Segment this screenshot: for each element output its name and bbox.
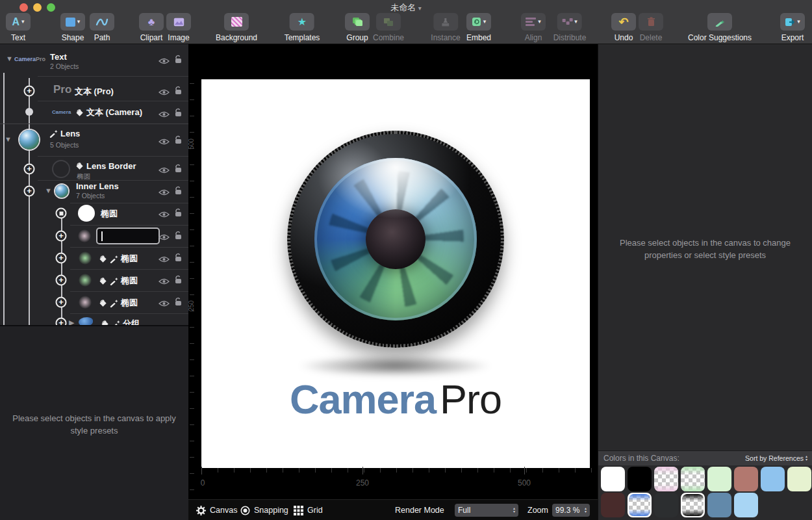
toolbar-label: Export: [781, 33, 804, 42]
visibility-eye-icon[interactable]: [159, 209, 170, 221]
color-swatch[interactable]: [654, 467, 678, 491]
color-swatch[interactable]: [628, 467, 652, 491]
lock-icon[interactable]: [173, 86, 183, 98]
text-caret: [101, 231, 103, 241]
layer-title: 分组: [123, 318, 140, 325]
lock-icon[interactable]: [173, 297, 183, 309]
wand-icon: [49, 129, 58, 138]
disclosure-triangle-icon[interactable]: ▼: [6, 55, 13, 62]
star-icon: ★: [298, 17, 307, 27]
add-node-button[interactable]: +: [56, 231, 67, 242]
add-node-button[interactable]: +: [56, 297, 67, 308]
zoom-stepper[interactable]: 99.3 % ▴▾: [552, 504, 590, 517]
visibility-eye-icon[interactable]: [159, 56, 170, 68]
add-node-button[interactable]: +: [56, 253, 67, 264]
embed-icon: [472, 17, 481, 27]
layer-subtitle: 7 Objects: [76, 192, 105, 200]
toolbar-group-button[interactable]: Group: [345, 13, 370, 42]
toolbar-path-button[interactable]: Path: [90, 13, 114, 42]
toolbar-undo-button[interactable]: ↶ Undo: [611, 13, 636, 42]
color-swatch[interactable]: [734, 467, 758, 491]
gear-icon: [196, 506, 206, 515]
distribute-icon: [562, 18, 572, 26]
visibility-eye-icon[interactable]: [159, 232, 170, 244]
color-swatch[interactable]: [654, 493, 678, 517]
chevron-down-icon: ▾: [418, 5, 422, 12]
lock-icon[interactable]: [173, 186, 183, 198]
toolbar-embed-button[interactable]: ▾ Embed: [466, 13, 491, 42]
color-swatch[interactable]: [628, 493, 652, 517]
visibility-eye-icon[interactable]: [159, 136, 170, 148]
toolbar-color-suggestions-button[interactable]: Color Suggestions: [688, 13, 752, 42]
color-swatch[interactable]: [734, 493, 758, 517]
snapping-toggle[interactable]: Snapping: [240, 500, 288, 520]
paint-bucket-icon: [99, 299, 107, 307]
wand-icon: [112, 320, 120, 326]
canvas-toggle[interactable]: Canvas: [196, 500, 237, 520]
ruler-major-tick: [201, 467, 202, 474]
toolbar-export-button[interactable]: ▾ Export: [780, 13, 805, 42]
add-node-button[interactable]: +: [24, 164, 35, 175]
toolbar-label: Instance: [431, 33, 460, 42]
color-swatch[interactable]: [601, 493, 625, 517]
lock-icon[interactable]: [173, 55, 183, 66]
node-dot[interactable]: [25, 108, 33, 116]
document-title[interactable]: 未命名 ▾: [0, 2, 812, 14]
layer-rename-input[interactable]: [96, 228, 160, 244]
logo-text: CameraPro: [201, 376, 590, 422]
layer-title: 文本 (Pro): [75, 86, 114, 98]
visibility-eye-icon[interactable]: [159, 298, 170, 310]
visibility-eye-icon[interactable]: [159, 165, 170, 177]
lock-icon[interactable]: [173, 164, 183, 176]
add-node-button[interactable]: +: [24, 86, 35, 97]
render-mode-label: Render Mode: [395, 500, 444, 520]
toolbar-shape-button[interactable]: ▾ Shape: [60, 13, 85, 42]
color-swatch[interactable]: [681, 467, 705, 491]
export-icon: [785, 18, 795, 27]
toolbar-templates-button[interactable]: ★ Templates: [285, 13, 320, 42]
layers-panel: ▼ CameraPro Text 2 Objects + Pro 文本 (Pro…: [0, 44, 188, 520]
disclosure-triangle-icon[interactable]: ▶: [69, 318, 74, 325]
updown-arrows-icon: ▴▾: [585, 507, 587, 514]
stop-node-button[interactable]: [56, 208, 67, 219]
toolbar-align-button: ▾ Align: [521, 13, 546, 42]
visibility-eye-icon[interactable]: [159, 254, 170, 266]
visibility-eye-icon[interactable]: [159, 87, 170, 99]
color-swatch[interactable]: [601, 467, 625, 491]
visibility-eye-icon[interactable]: [159, 109, 170, 121]
toolbar-background-button[interactable]: Background: [216, 13, 257, 42]
lock-icon[interactable]: [173, 108, 183, 120]
color-swatch[interactable]: [787, 467, 811, 491]
toolbar-image-button[interactable]: Image: [166, 13, 191, 42]
toolbar-clipart-button[interactable]: ♣ Clipart: [139, 13, 164, 42]
disclosure-triangle-icon[interactable]: ▼: [5, 135, 12, 143]
lock-icon[interactable]: [173, 275, 183, 287]
add-node-button[interactable]: +: [56, 275, 67, 286]
wand-icon: [110, 277, 118, 285]
render-mode-select[interactable]: Full ▴▾: [455, 504, 518, 517]
lock-icon[interactable]: [173, 231, 183, 242]
add-node-button[interactable]: +: [56, 318, 67, 326]
ruler-label: 250: [356, 478, 369, 488]
disclosure-triangle-icon[interactable]: ▼: [45, 187, 52, 194]
layers-list: ▼ CameraPro Text 2 Objects + Pro 文本 (Pro…: [0, 44, 188, 325]
color-swatch[interactable]: [707, 467, 731, 491]
row-separator: [70, 203, 188, 203]
chevron-down-icon: ▾: [483, 19, 487, 25]
visibility-eye-icon[interactable]: [159, 276, 170, 288]
background-icon: [231, 17, 242, 27]
color-swatch[interactable]: [707, 493, 731, 517]
add-node-button[interactable]: +: [24, 186, 35, 197]
sort-by-references-select[interactable]: Sort by References▴▾: [745, 454, 807, 462]
lock-icon[interactable]: [173, 253, 183, 265]
lock-icon[interactable]: [173, 135, 183, 147]
toolbar-text-button[interactable]: A▾ Text: [6, 13, 31, 42]
canvas-area[interactable]: CameraPro 0 250 500 500 250: [188, 44, 598, 499]
lock-icon[interactable]: [173, 208, 183, 220]
ruler-label: 500: [518, 478, 531, 488]
grid-toggle[interactable]: Grid: [294, 500, 323, 520]
toolbar-label: Image: [168, 33, 189, 42]
visibility-eye-icon[interactable]: [159, 187, 170, 199]
color-swatch[interactable]: [761, 467, 785, 491]
color-swatch[interactable]: [681, 493, 705, 517]
